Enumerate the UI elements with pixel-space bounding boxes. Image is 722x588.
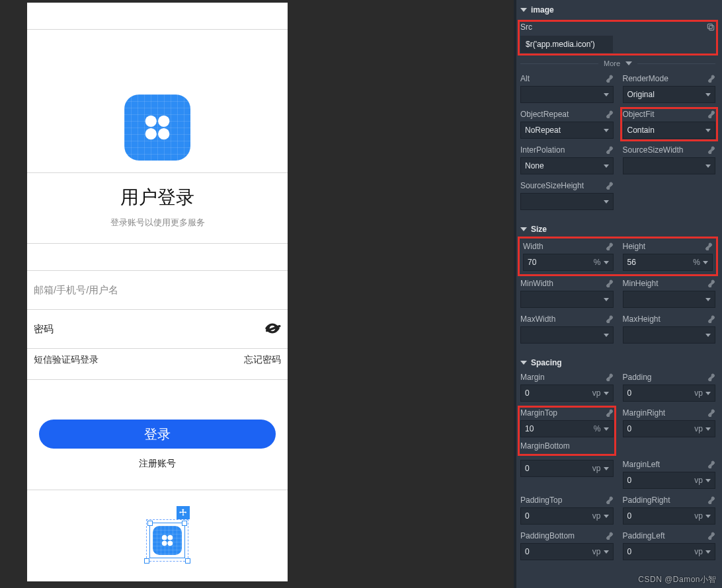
- objectfit-select[interactable]: Contain: [623, 122, 716, 139]
- chevron-down-icon: [520, 8, 527, 12]
- link-icon[interactable]: [707, 373, 715, 381]
- maxwidth-input[interactable]: [520, 326, 614, 344]
- minwidth-field: MinWidth: [520, 279, 614, 308]
- paddingbottom-input[interactable]: 0vp: [520, 543, 614, 560]
- marginleft-field: MarginLeft 0vp: [623, 460, 716, 489]
- src-field: Src $r('app.media.icon'): [520, 22, 715, 53]
- link-icon[interactable]: [707, 110, 715, 118]
- size-width-height-group: Width 70% Height 56%: [520, 239, 715, 274]
- chevron-down-icon: [520, 227, 527, 231]
- link-icon[interactable]: [606, 279, 614, 287]
- sourcesizeheight-field: SourceSizeHeight: [520, 181, 614, 210]
- maxwidth-field: MaxWidth: [520, 314, 614, 344]
- minheight-input[interactable]: [623, 291, 716, 308]
- account-input[interactable]: 邮箱/手机号/用户名: [27, 271, 288, 309]
- app-logo-row: [27, 83, 288, 172]
- link-icon[interactable]: [606, 110, 614, 118]
- link-icon[interactable]: [606, 75, 614, 83]
- section-spacing-header[interactable]: Spacing: [520, 353, 715, 373]
- section-size-header[interactable]: Size: [520, 219, 715, 239]
- objectrepeat-select[interactable]: NoRepeat: [520, 122, 614, 139]
- objectrepeat-field: ObjectRepeat NoRepeat: [520, 110, 614, 139]
- paddingtop-field: PaddingTop 0vp: [520, 496, 614, 525]
- link-icon[interactable]: [606, 146, 614, 154]
- login-button[interactable]: 登录: [39, 420, 276, 449]
- paddingbottom-field: PaddingBottom 0vp: [520, 531, 614, 560]
- watermark: CSDN @Damon小智: [638, 574, 717, 585]
- preview-canvas: 用户登录 登录账号以使用更多服务 邮箱/手机号/用户名 密码 短信验证码登录 忘…: [0, 0, 483, 588]
- sourcesizewidth-field: SourceSizeWidth: [623, 145, 716, 174]
- link-icon[interactable]: [606, 373, 614, 381]
- interpolation-field: InterPolation None: [520, 145, 614, 174]
- padding-input[interactable]: 0vp: [623, 385, 716, 402]
- link-icon[interactable]: [707, 496, 715, 504]
- minheight-field: MinHeight: [623, 279, 716, 308]
- objectfit-field: ObjectFit Contain: [623, 110, 716, 139]
- password-placeholder: 密码: [34, 323, 54, 336]
- margintop-input[interactable]: 10%: [520, 420, 614, 437]
- section-image-header[interactable]: image: [520, 0, 715, 20]
- marginright-field: MarginRight 0vp: [623, 408, 716, 453]
- link-icon[interactable]: [707, 460, 715, 468]
- eye-off-icon[interactable]: [264, 320, 281, 339]
- margin-field: Margin 0vp: [520, 373, 614, 402]
- marginbottom-input[interactable]: 0vp: [520, 460, 614, 477]
- src-input[interactable]: $r('app.media.icon'): [520, 36, 613, 53]
- height-input[interactable]: 56%: [623, 254, 713, 271]
- sourcesizeheight-input[interactable]: [520, 193, 614, 210]
- link-icon[interactable]: [606, 182, 614, 190]
- width-field: Width 70%: [523, 242, 614, 271]
- rendermode-select[interactable]: Original: [623, 86, 716, 103]
- password-input[interactable]: 密码: [27, 310, 288, 348]
- link-icon[interactable]: [606, 242, 614, 250]
- rendermode-field: RenderMode Original: [623, 74, 716, 103]
- link-icon[interactable]: [707, 409, 715, 417]
- alt-field: Alt: [520, 74, 614, 103]
- paddingright-input[interactable]: 0vp: [623, 507, 716, 525]
- login-subtitle: 登录账号以使用更多服务: [27, 217, 288, 243]
- width-input[interactable]: 70%: [523, 254, 614, 271]
- sourcesizewidth-input[interactable]: [623, 157, 716, 174]
- link-icon[interactable]: [707, 75, 715, 83]
- marginbottom-field: 0vp: [520, 460, 614, 489]
- padding-field: Padding 0vp: [623, 373, 716, 402]
- alt-input[interactable]: [520, 86, 614, 103]
- minwidth-input[interactable]: [520, 291, 614, 308]
- paddingright-field: PaddingRight 0vp: [623, 496, 716, 525]
- link-icon[interactable]: [606, 532, 614, 540]
- interpolation-select[interactable]: None: [520, 157, 614, 174]
- selected-image-thumb: [153, 526, 182, 555]
- link-icon[interactable]: [707, 315, 715, 323]
- forgot-password-link[interactable]: 忘记密码: [244, 354, 281, 366]
- height-field: Height 56%: [623, 242, 713, 271]
- maxheight-field: MaxHeight: [623, 314, 716, 344]
- link-icon[interactable]: [707, 532, 715, 540]
- maxheight-input[interactable]: [623, 326, 716, 344]
- link-icon[interactable]: [707, 279, 715, 287]
- link-icon[interactable]: [705, 242, 713, 250]
- copy-icon[interactable]: [706, 22, 715, 32]
- link-icon[interactable]: [606, 496, 614, 504]
- link-icon[interactable]: [707, 146, 715, 154]
- phone-frame: 用户登录 登录账号以使用更多服务 邮箱/手机号/用户名 密码 短信验证码登录 忘…: [27, 3, 288, 581]
- inspector-panel: image Src $r('app.media.icon') More Alt …: [514, 0, 722, 588]
- link-icon[interactable]: [606, 315, 614, 323]
- src-label: Src: [520, 22, 532, 32]
- marginleft-input[interactable]: 0vp: [623, 472, 716, 489]
- paddingtop-input[interactable]: 0vp: [520, 507, 614, 525]
- move-handle-icon[interactable]: [177, 506, 190, 519]
- app-logo-icon: [124, 94, 190, 161]
- margin-input[interactable]: 0vp: [520, 385, 614, 402]
- chevron-down-icon: [520, 361, 527, 365]
- paddingleft-field: PaddingLeft 0vp: [623, 531, 716, 560]
- link-icon[interactable]: [606, 409, 614, 417]
- more-divider: More: [520, 59, 715, 67]
- marginright-input[interactable]: 0vp: [623, 420, 716, 437]
- register-link[interactable]: 注册账号: [27, 449, 288, 490]
- paddingleft-input[interactable]: 0vp: [623, 543, 716, 560]
- margintop-field: MarginTop 10% MarginBottom: [520, 408, 614, 453]
- selected-image-element[interactable]: [146, 519, 188, 562]
- sms-login-link[interactable]: 短信验证码登录: [34, 354, 99, 366]
- login-title: 用户登录: [27, 173, 288, 217]
